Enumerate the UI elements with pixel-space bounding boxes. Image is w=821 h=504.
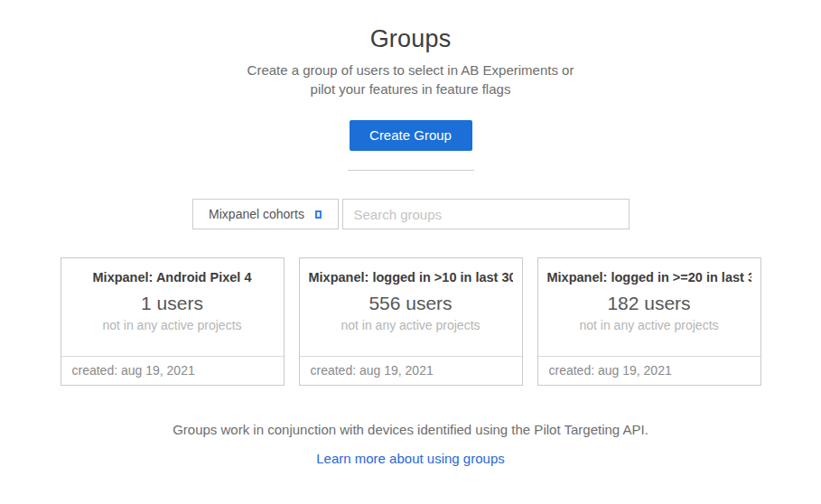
learn-more-link[interactable]: Learn more about using groups	[316, 451, 504, 466]
group-cards-row: Mixpanel: Android Pixel 4 1 users not in…	[0, 257, 821, 386]
group-name: Mixpanel: Android Pixel 4	[70, 270, 275, 285]
group-user-count: 182 users	[547, 293, 751, 314]
filter-row: Mixpanel cohorts	[0, 199, 821, 229]
group-card[interactable]: Mixpanel: logged in >10 in last 30 ... 5…	[299, 257, 523, 386]
group-name: Mixpanel: logged in >=20 in last 30...	[547, 270, 751, 285]
groups-page: Groups Create a group of users to select…	[0, 0, 821, 504]
group-card[interactable]: Mixpanel: logged in >=20 in last 30... 1…	[537, 257, 761, 386]
group-project-status: not in any active projects	[70, 318, 275, 332]
group-user-count: 1 users	[70, 293, 275, 314]
group-created-date: created: aug 19, 2021	[61, 356, 284, 385]
group-project-status: not in any active projects	[309, 318, 513, 332]
page-header: Groups Create a group of users to select…	[0, 0, 821, 171]
create-group-button[interactable]: Create Group	[350, 120, 472, 151]
group-card-body: Mixpanel: logged in >=20 in last 30... 1…	[538, 258, 760, 356]
search-input[interactable]	[342, 199, 630, 229]
cohort-dropdown-value: Mixpanel cohorts	[209, 207, 304, 221]
group-card-body: Mixpanel: logged in >10 in last 30 ... 5…	[300, 258, 522, 356]
group-card[interactable]: Mixpanel: Android Pixel 4 1 users not in…	[61, 257, 285, 386]
page-subtitle: Create a group of users to select in AB …	[239, 61, 583, 98]
footer-info-text: Groups work in conjunction with devices …	[0, 422, 821, 437]
group-project-status: not in any active projects	[547, 318, 751, 332]
group-card-body: Mixpanel: Android Pixel 4 1 users not in…	[61, 258, 284, 356]
group-name: Mixpanel: logged in >10 in last 30 ...	[309, 270, 513, 285]
header-divider	[348, 170, 474, 171]
group-user-count: 556 users	[309, 293, 513, 314]
page-title: Groups	[0, 25, 821, 53]
cohort-source-dropdown[interactable]: Mixpanel cohorts	[192, 199, 339, 229]
group-created-date: created: aug 19, 2021	[300, 356, 522, 385]
blue-square-outline-icon	[315, 210, 322, 219]
group-created-date: created: aug 19, 2021	[538, 356, 760, 385]
